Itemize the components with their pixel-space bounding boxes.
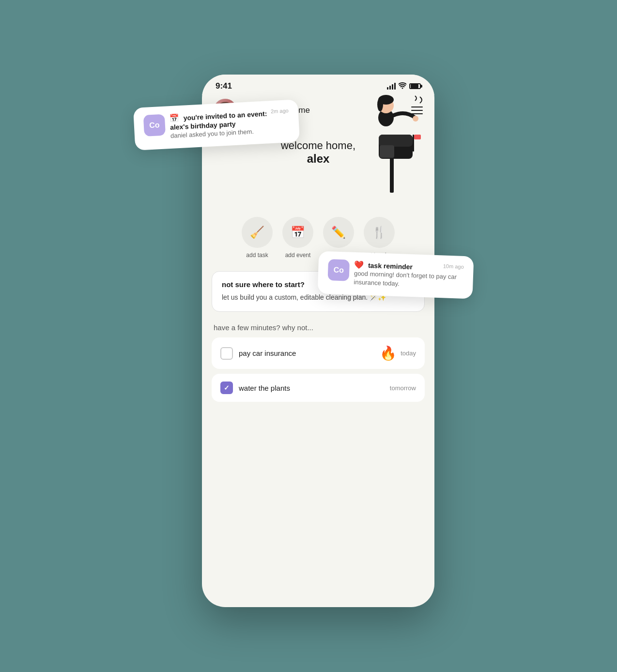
svg-point-10 [413, 116, 418, 122]
notif-2-title: task reminder [368, 261, 413, 271]
notif-2-body: good morning! don't forget to pay car in… [354, 269, 463, 290]
notif-2-app-icon: Co [328, 259, 350, 281]
add-recipe-button[interactable]: 🍴 [364, 217, 395, 248]
svg-rect-3 [380, 145, 394, 158]
wifi-icon [399, 82, 406, 91]
signal-icon [387, 83, 396, 90]
add-task-label: add task [246, 252, 268, 259]
notif-1-app-icon: Co [143, 114, 166, 137]
svg-point-9 [377, 98, 383, 111]
phone: 9:41 [202, 75, 434, 607]
task-1-checkbox[interactable] [220, 347, 233, 360]
battery-icon [409, 83, 421, 89]
section-label: have a few minutes? why not... [202, 320, 434, 337]
task-1-due: today [401, 350, 416, 357]
notif-1-emoji: 📅 [170, 114, 180, 122]
hero-illustration [352, 91, 430, 198]
list-item[interactable]: water the plants tomorrow [212, 374, 425, 402]
notif-1-time: 2m ago [271, 107, 289, 114]
action-add-task[interactable]: 🧹 add task [242, 217, 273, 259]
task-1-name: pay car insurance [239, 349, 296, 357]
svg-rect-4 [413, 135, 414, 152]
action-add-event[interactable]: 📅 add event [282, 217, 313, 259]
task-2-name: water the plants [239, 384, 290, 392]
svg-rect-2 [379, 135, 413, 147]
task-2-checkbox[interactable] [220, 382, 233, 394]
svg-rect-5 [414, 135, 421, 139]
notification-1[interactable]: Co 📅 you're invited to an event: alex's … [133, 99, 300, 150]
status-icons [387, 82, 421, 91]
notification-2[interactable]: Co ❤️ task reminder 10m ago good morning… [318, 251, 474, 299]
task-2-due: tomorrow [390, 384, 416, 392]
phone-container: Co 📅 you're invited to an event: alex's … [173, 46, 444, 626]
task-list: pay car insurance 🔥 today water the plan… [202, 337, 434, 402]
add-event-button[interactable]: 📅 [282, 217, 313, 248]
svg-rect-0 [390, 154, 394, 193]
add-note-button[interactable]: ✏️ [323, 217, 354, 248]
status-time: 9:41 [216, 81, 232, 91]
list-item[interactable]: pay car insurance 🔥 today [212, 337, 425, 369]
notif-2-emoji: ❤️ [354, 260, 364, 269]
urgent-icon: 🔥 [380, 345, 397, 361]
notif-2-time: 10m ago [443, 263, 464, 269]
add-task-button[interactable]: 🧹 [242, 217, 273, 248]
add-event-label: add event [285, 252, 311, 259]
